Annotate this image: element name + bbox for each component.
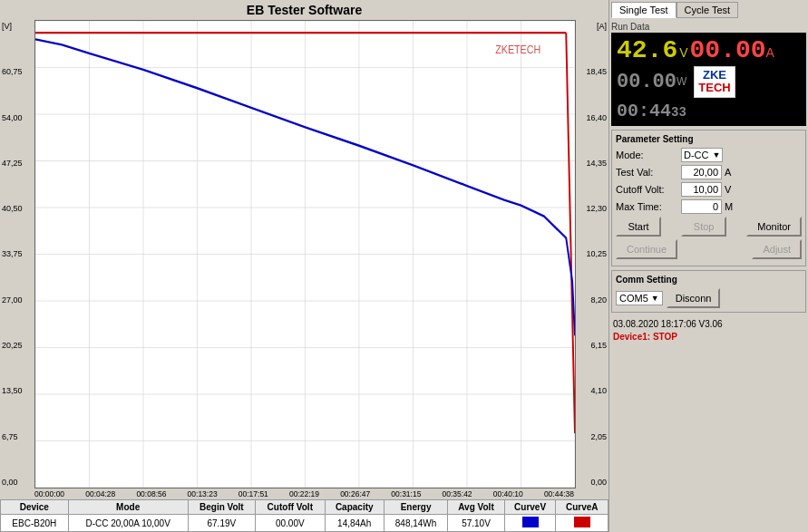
watt-value: 00.00 bbox=[617, 71, 677, 93]
col-mode: Mode bbox=[68, 500, 188, 515]
tab-cycle-test[interactable]: Cycle Test bbox=[677, 2, 739, 18]
btn-row-1: Start Stop Monitor bbox=[616, 217, 802, 237]
zke-logo: ZKE TECH bbox=[694, 66, 735, 98]
comm-setting: Comm Setting COM5 ▼ Disconn bbox=[611, 270, 806, 313]
voltage-value: 42.6 bbox=[617, 36, 677, 64]
test-val-unit: A bbox=[725, 167, 731, 178]
col-begin-volt: Begin Volt bbox=[188, 500, 255, 515]
test-val-label: Test Val: bbox=[616, 167, 681, 178]
run-data-label: Run Data bbox=[611, 22, 806, 32]
run-data-display: 42.6 V 00.00 A 00.00 W ZKE TECH 00:4433 bbox=[611, 33, 806, 126]
cell-capacity: 14,84Ah bbox=[325, 515, 384, 532]
time-display: 00:4433 bbox=[617, 100, 686, 122]
cutoff-volt-input[interactable]: 10,00 bbox=[681, 182, 722, 197]
tab-single-test[interactable]: Single Test bbox=[611, 2, 677, 18]
x-axis-labels: 00:00:00 00:04:28 00:08:56 00:13:23 00:1… bbox=[0, 488, 608, 499]
adjust-button[interactable]: Adjust bbox=[752, 239, 802, 259]
btn-row-2: Continue Adjust bbox=[616, 239, 802, 259]
col-curvea: CurveA bbox=[556, 500, 608, 515]
table-row: EBC-B20H D-CC 20,00A 10,00V 67.19V 00.00… bbox=[1, 515, 608, 532]
cutoff-volt-row: Cutoff Volt: 10,00 V bbox=[616, 182, 802, 197]
cell-avg-volt: 57.10V bbox=[448, 515, 504, 532]
current-value: 00.00 bbox=[690, 36, 766, 64]
cell-begin-volt: 67.19V bbox=[188, 515, 255, 532]
monitor-button[interactable]: Monitor bbox=[746, 217, 802, 237]
mode-dropdown[interactable]: D-CC ▼ bbox=[681, 148, 723, 162]
amp-unit: A bbox=[766, 45, 774, 60]
stop-button[interactable]: Stop bbox=[681, 217, 726, 237]
max-time-label: Max Time: bbox=[616, 201, 681, 212]
start-button[interactable]: Start bbox=[616, 217, 661, 237]
max-time-input[interactable]: 0 bbox=[681, 199, 722, 214]
max-time-row: Max Time: 0 M bbox=[616, 199, 802, 214]
status-datetime: 03.08.2020 18:17:06 V3.06 bbox=[613, 318, 804, 331]
comm-row: COM5 ▼ Disconn bbox=[616, 288, 802, 308]
comm-dropdown-arrow-icon: ▼ bbox=[651, 294, 659, 303]
max-time-unit: M bbox=[725, 201, 733, 212]
dropdown-arrow-icon: ▼ bbox=[713, 150, 721, 160]
watermark-text: ZKETECH bbox=[495, 43, 540, 56]
cell-energy: 848,14Wh bbox=[384, 515, 447, 532]
col-capacity: Capacity bbox=[325, 500, 384, 515]
status-device: Device1: STOP bbox=[613, 331, 804, 343]
mode-label: Mode: bbox=[616, 150, 681, 160]
comm-port-dropdown[interactable]: COM5 ▼ bbox=[616, 291, 663, 305]
cell-curvev bbox=[504, 515, 556, 532]
tab-bar: Single Test Cycle Test bbox=[611, 2, 806, 18]
right-panel: Single Test Cycle Test Run Data 42.6 V 0… bbox=[608, 0, 808, 532]
mode-row: Mode: D-CC ▼ bbox=[616, 148, 802, 162]
test-val-input[interactable]: 20,00 bbox=[681, 165, 722, 179]
parameter-setting: Parameter Setting Mode: D-CC ▼ Test Val:… bbox=[611, 130, 806, 266]
watt-unit: W bbox=[677, 75, 686, 88]
cell-cutoff-volt: 00.00V bbox=[256, 515, 326, 532]
continue-button[interactable]: Continue bbox=[616, 239, 677, 259]
disconn-button[interactable]: Disconn bbox=[667, 288, 721, 308]
col-cutoff-volt: Cutoff Volt bbox=[256, 500, 326, 515]
cell-curvea bbox=[556, 515, 608, 532]
comm-section-title: Comm Setting bbox=[616, 275, 802, 285]
col-energy: Energy bbox=[384, 500, 447, 515]
cell-device: EBC-B20H bbox=[1, 515, 69, 532]
cutoff-volt-unit: V bbox=[725, 184, 731, 195]
mode-value: D-CC bbox=[684, 150, 709, 160]
comm-port-value: COM5 bbox=[619, 293, 648, 304]
col-curvev: CurveV bbox=[504, 500, 556, 515]
col-avg-volt: Avg Volt bbox=[448, 500, 504, 515]
chart-svg: ZKETECH bbox=[35, 21, 575, 488]
cutoff-volt-label: Cutoff Volt: bbox=[616, 184, 681, 195]
y-right-axis: [A] 18,45 16,40 14,35 12,30 10,25 8,20 6… bbox=[576, 20, 608, 488]
volt-unit: V bbox=[679, 45, 687, 60]
param-section-title: Parameter Setting bbox=[616, 134, 802, 144]
test-val-row: Test Val: 20,00 A bbox=[616, 165, 802, 179]
y-left-axis: [V] 60,75 54,00 47,25 40,50 33,75 27,00 … bbox=[0, 20, 34, 488]
col-device: Device bbox=[1, 500, 69, 515]
status-section: 03.08.2020 18:17:06 V3.06 Device1: STOP bbox=[611, 316, 806, 345]
chart-title: EB Tester Software bbox=[0, 0, 608, 20]
cell-mode: D-CC 20,00A 10,00V bbox=[68, 515, 188, 532]
data-table: Device Mode Begin Volt Cutoff Volt Capac… bbox=[0, 499, 608, 532]
